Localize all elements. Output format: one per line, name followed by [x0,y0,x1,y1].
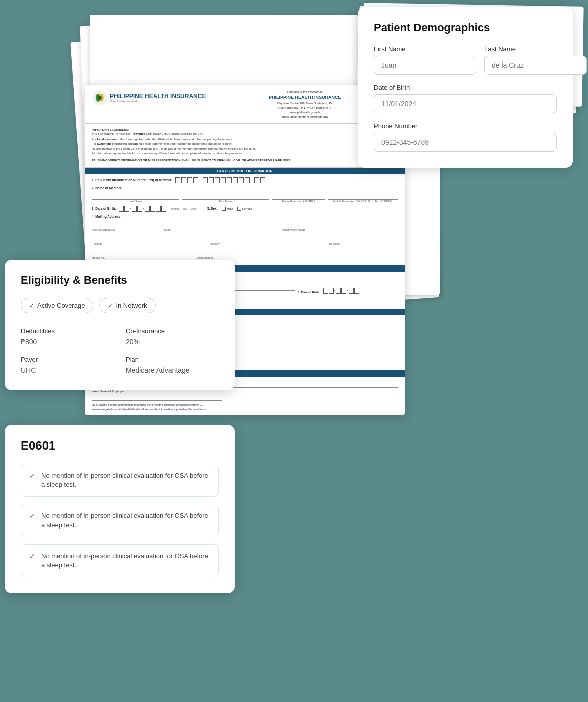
reminders-line4: Representative of the Health Care Instit… [92,147,398,152]
checklist-item-3: ✓ No mention of in-person clinical evalu… [21,544,219,578]
phone-label: Phone Number [374,122,557,130]
name-label: 2. Name of Member: [92,186,123,190]
payer-value: UHC [21,366,114,374]
payer-section: Payer UHC [21,356,114,374]
dob-input[interactable] [374,94,557,114]
address-label: 4. Mailing Address: [92,215,122,218]
checklist-items: ✓ No mention of in-person clinical evalu… [21,464,219,578]
deductibles-section: Deductibles ₱800 [21,328,114,346]
eligibility-title: Eligibility & Benefits [21,274,219,287]
checklist-text-3: No mention of in-person clinical evaluat… [42,552,210,570]
coinsurance-value: 20% [126,338,219,346]
checklist-check-3: ✓ [30,552,36,560]
last-name-input[interactable] [484,56,587,75]
part-i-header: PART I - MEMBER INFORMATION [85,168,405,174]
reminders-title: IMPORTANT REMINDERS: [92,128,130,132]
checklist-text-2: No mention of in-person clinical evaluat… [42,512,210,530]
checklist-item-1: ✓ No mention of in-person clinical evalu… [21,464,219,497]
in-network-label: In Network [116,302,147,310]
plan-label: Plan [126,356,219,364]
male-label: Male [227,208,234,210]
check-icon-1: ✓ [30,302,34,310]
phone-input[interactable] [374,133,557,152]
benefits-grid: Deductibles ₱800 Co-Insurance 20% Payer … [21,328,219,374]
plan-section: Plan Medicare Advantage [126,356,219,374]
first-name-label: First Name [374,46,476,53]
deductibles-value: ₱800 [21,338,114,346]
demographics-title: Patient Demographics [374,22,557,34]
first-name-input[interactable] [374,56,476,75]
check-icon-2: ✓ [108,302,113,310]
philhealth-tagline: Your Partner in Health [110,100,206,103]
reminders-line2: For local availment, this form together … [92,138,398,142]
eligibility-benefits-card: Eligibility & Benefits ✓ Active Coverage… [5,260,235,390]
checklist-check-1: ✓ [30,472,36,480]
dob-label: Date of Birth [374,84,557,92]
philhealth-logo-name: PHILIPPINE HEALTH INSURANCE [110,93,206,100]
coinsurance-label: Co-Insurance [126,328,219,335]
checklist-check-2: ✓ [30,512,36,520]
last-name-label: Last Name [484,46,587,53]
svg-point-3 [98,96,102,100]
coinsurance-section: Co-Insurance 20% [126,328,219,346]
contributions-text: ius at least 6 months contributions prec… [92,403,398,412]
pin-label: 1. PhilHealth Identification Number (PIN… [92,178,172,182]
sex-label: 5. Sex: [208,207,218,210]
plan-value: Medicare Advantage [126,366,219,374]
in-network-badge[interactable]: ✓ In Network [100,298,156,314]
active-coverage-badge[interactable]: ✓ Active Coverage [21,298,94,314]
checklist-item-2: ✓ No mention of in-person clinical evalu… [21,504,219,537]
e0601-code: E0601 [21,439,219,453]
checklist-text-1: No mention of in-person clinical evaluat… [42,472,210,490]
badge-row: ✓ Active Coverage ✓ In Network [21,298,219,314]
reminders-line3: For availment of benefits abroad, this f… [92,142,398,147]
reminders-line5: All information required in this form ar… [92,152,398,156]
active-coverage-label: Active Coverage [38,302,85,310]
dob-label: 3. Date of Birth: [92,207,116,210]
deductibles-label: Deductibles [21,328,114,335]
patient-demographics-card: Patient Demographics First Name Last Nam… [358,8,573,168]
payer-label: Payer [21,356,114,364]
e0601-card: E0601 ✓ No mention of in-person clinical… [5,425,235,594]
form-warning: FALSE/INCORRECT INFORMATION OR MISREPRES… [92,158,398,164]
female-label: Female [242,208,252,210]
reminders-line1: PLEASE WRITE IN CAPITAL LETTERS AND CHEC… [92,132,398,138]
